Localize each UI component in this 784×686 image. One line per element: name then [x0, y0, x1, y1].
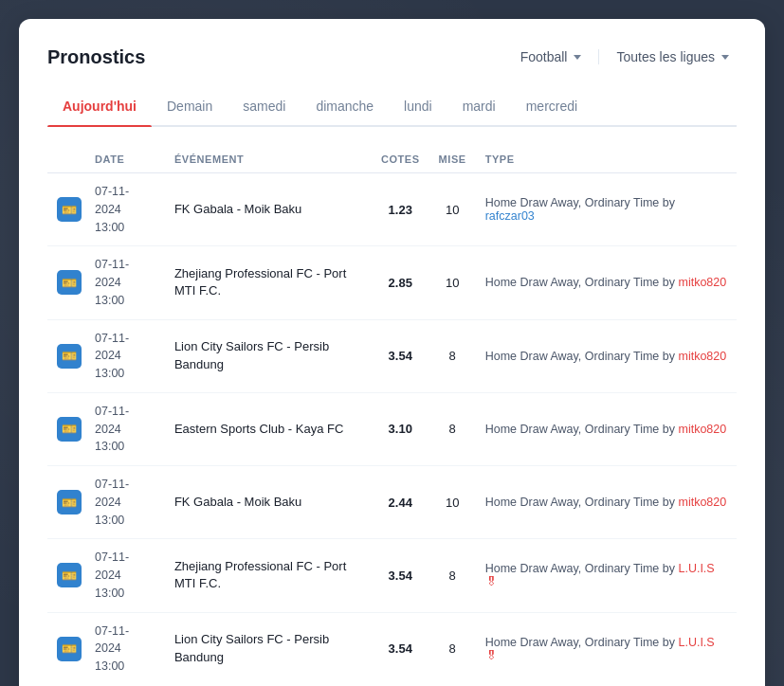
table-row: 🎫 07-11-202413:00 Zhejiang Professional …	[47, 246, 737, 319]
row-date: 07-11-202413:00	[85, 392, 165, 465]
row-date: 07-11-202413:00	[85, 539, 165, 612]
row-icon-cell: 🎫	[47, 392, 85, 465]
row-cotes: 2.44	[372, 466, 429, 539]
filter-separator	[598, 49, 599, 64]
tab-mercredi[interactable]: mercredi	[511, 91, 593, 125]
row-mise: 8	[429, 612, 476, 685]
row-author-link[interactable]: L.U.I.S 🎖	[485, 562, 715, 588]
col-icon	[47, 146, 85, 173]
col-type: TYPE	[476, 146, 737, 173]
row-icon-cell: 🎫	[47, 319, 85, 392]
row-mise: 8	[429, 392, 476, 465]
row-event: Eastern Sports Club - Kaya FC	[165, 392, 372, 465]
row-event: Lion City Sailors FC - Persib Bandung	[165, 319, 372, 392]
ticket-icon: 🎫	[57, 270, 82, 295]
row-type: Home Draw Away, Ordinary Time by L.U.I.S…	[476, 539, 737, 612]
league-filter-label: Toutes les ligues	[616, 49, 715, 64]
tab-samedi[interactable]: samedi	[228, 91, 301, 125]
row-author-link[interactable]: L.U.I.S 🎖	[485, 636, 715, 662]
row-author-link[interactable]: mitko820	[678, 496, 726, 509]
league-filter-chevron-icon	[721, 55, 729, 60]
row-type: Home Draw Away, Ordinary Time by mitko82…	[476, 246, 737, 319]
table-row: 🎫 07-11-202413:00 Eastern Sports Club - …	[47, 392, 737, 465]
ticket-icon: 🎫	[57, 417, 82, 442]
row-cotes: 3.10	[372, 392, 429, 465]
row-event: FK Gabala - Moik Baku	[165, 173, 372, 246]
ticket-icon: 🎫	[57, 637, 82, 661]
row-cotes: 3.54	[372, 319, 429, 392]
row-type: Home Draw Away, Ordinary Time by rafczar…	[476, 173, 737, 246]
row-icon-cell: 🎫	[47, 173, 85, 246]
row-type: Home Draw Away, Ordinary Time by L.U.I.S…	[476, 612, 737, 685]
row-icon-cell: 🎫	[47, 612, 85, 685]
row-author-link[interactable]: mitko820	[678, 350, 726, 363]
row-author-link[interactable]: mitko820	[678, 276, 726, 289]
row-icon-cell: 🎫	[47, 466, 85, 539]
page-title: Pronostics	[47, 46, 145, 68]
row-author-link[interactable]: rafczar03	[485, 209, 535, 223]
ticket-icon: 🎫	[57, 197, 82, 222]
table-row: 🎫 07-11-202413:00 FK Gabala - Moik Baku …	[47, 173, 737, 246]
row-event: Lion City Sailors FC - Persib Bandung	[165, 612, 372, 685]
tab-aujourd-hui[interactable]: Aujourd'hui	[47, 91, 152, 125]
card-header: Pronostics Football Toutes les ligues	[47, 45, 737, 68]
row-cotes: 2.85	[372, 246, 429, 319]
row-mise: 8	[429, 319, 476, 392]
row-cotes: 3.54	[372, 539, 429, 612]
ticket-icon: 🎫	[57, 490, 82, 514]
row-date: 07-11-202413:00	[85, 173, 165, 246]
col-date: DATE	[85, 146, 165, 173]
row-date: 07-11-202413:00	[85, 612, 165, 685]
pronostics-table: DATE ÉVÉNEMENT COTES MISE TYPE 🎫 07-11-2…	[47, 146, 737, 685]
row-type: Home Draw Away, Ordinary Time by mitko82…	[476, 466, 737, 539]
day-tabs: Aujourd'huiDemainsamedidimanchelundimard…	[47, 91, 737, 127]
ticket-icon: 🎫	[57, 344, 82, 369]
row-event: Zhejiang Professional FC - Port MTI F.C.	[165, 246, 372, 319]
table-body: 🎫 07-11-202413:00 FK Gabala - Moik Baku …	[47, 173, 737, 685]
ticket-icon: 🎫	[57, 563, 82, 587]
row-date: 07-11-202413:00	[85, 246, 165, 319]
row-event: FK Gabala - Moik Baku	[165, 466, 372, 539]
row-mise: 10	[429, 173, 476, 246]
table-row: 🎫 07-11-202413:00 FK Gabala - Moik Baku …	[47, 466, 737, 539]
table-row: 🎫 07-11-202413:00 Zhejiang Professional …	[47, 539, 737, 612]
col-event: ÉVÉNEMENT	[165, 146, 372, 173]
sport-filter-chevron-icon	[574, 55, 581, 60]
row-mise: 8	[429, 539, 476, 612]
row-date: 07-11-202413:00	[85, 319, 165, 392]
row-type: Home Draw Away, Ordinary Time by mitko82…	[476, 319, 737, 392]
table-row: 🎫 07-11-202413:00 Lion City Sailors FC -…	[47, 319, 737, 392]
header-filters: Football Toutes les ligues	[513, 45, 737, 68]
row-date: 07-11-202413:00	[85, 466, 165, 539]
col-cotes: COTES	[372, 146, 429, 173]
tab-mardi[interactable]: mardi	[447, 91, 511, 125]
row-event: Zhejiang Professional FC - Port MTI F.C.	[165, 539, 372, 612]
row-icon-cell: 🎫	[47, 539, 85, 612]
tab-dimanche[interactable]: dimanche	[301, 91, 389, 125]
pronostics-card: Pronostics Football Toutes les ligues Au…	[19, 19, 765, 686]
row-mise: 10	[429, 246, 476, 319]
row-icon-cell: 🎫	[47, 246, 85, 319]
row-cotes: 3.54	[372, 612, 429, 685]
table-header: DATE ÉVÉNEMENT COTES MISE TYPE	[47, 146, 737, 173]
row-mise: 10	[429, 466, 476, 539]
sport-filter-label: Football	[520, 49, 568, 64]
row-author-link[interactable]: mitko820	[678, 423, 726, 436]
col-mise: MISE	[429, 146, 476, 173]
tab-demain[interactable]: Demain	[152, 91, 228, 125]
tab-lundi[interactable]: lundi	[389, 91, 447, 125]
league-filter[interactable]: Toutes les ligues	[609, 45, 737, 68]
table-row: 🎫 07-11-202413:00 Lion City Sailors FC -…	[47, 612, 737, 685]
row-cotes: 1.23	[372, 173, 429, 246]
sport-filter[interactable]: Football	[513, 45, 590, 68]
row-type: Home Draw Away, Ordinary Time by mitko82…	[476, 392, 737, 465]
